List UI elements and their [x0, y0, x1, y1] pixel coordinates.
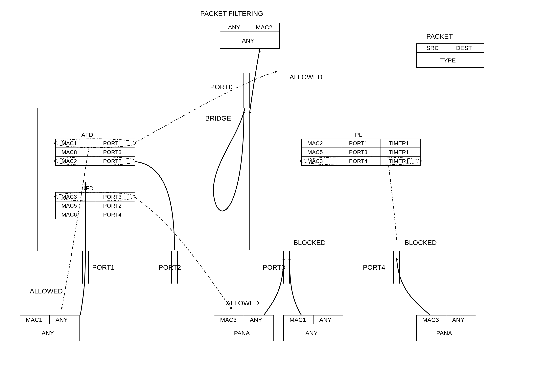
afd-r0-mac: MAC1: [61, 140, 77, 146]
pl-r1-port: PORT3: [349, 149, 368, 155]
pl-r1-mac: MAC5: [307, 149, 323, 155]
pl-r2-timer: TIMER1: [389, 158, 409, 164]
afd-table: AFD MAC1 PORT1 MAC8 PORT3 MAC2 PORT2: [55, 131, 136, 166]
allowed-port1: ALLOWED: [30, 287, 63, 295]
pl-r0-timer: TIMER1: [389, 140, 409, 146]
bridge-label: BRIDGE: [205, 114, 231, 122]
flow-in-port4: [397, 258, 430, 315]
packet-port1: MAC1 ANY ANY: [20, 315, 79, 341]
packet-filtering-diagram: PACKET FILTERING PACKET SRC DEST TYPE AN…: [0, 0, 535, 392]
flow-afd-to-port2: [135, 162, 175, 250]
pl-r1-timer: TIMER1: [389, 149, 409, 155]
ufd-r1-port: PORT2: [103, 203, 121, 209]
pl-r2-port: PORT4: [349, 158, 368, 164]
ufd-title: UFD: [81, 185, 93, 191]
diagram-title: PACKET FILTERING: [200, 10, 263, 17]
flow-out-port0: [250, 49, 260, 111]
pkt3a-src: MAC3: [220, 317, 237, 323]
flow-in-port3b: [289, 258, 301, 315]
pkt3a-type: PANA: [234, 330, 250, 336]
allowed-port3: ALLOWED: [226, 299, 259, 307]
pkt3b-dest: ANY: [319, 317, 331, 323]
packet-port4: MAC3 ANY PANA: [416, 315, 476, 341]
port0-label: PORT0: [210, 83, 233, 91]
packet-top-src: ANY: [228, 24, 240, 31]
pkt1-dest: ANY: [56, 317, 68, 323]
pl-r0-mac: MAC2: [307, 140, 323, 146]
packet-top-type: ANY: [242, 37, 254, 44]
afd-title: AFD: [81, 131, 93, 138]
pl-title: PL: [355, 131, 362, 138]
pkt4-dest: ANY: [452, 317, 464, 323]
ufd-r0-port: PORT3: [103, 194, 121, 200]
legend-src: SRC: [426, 45, 439, 51]
pl-table: PL MAC2 PORT1 TIMER1 MAC5 PORT3 TIMER1 M…: [300, 131, 421, 166]
dash-ufd-to-port3: [135, 197, 232, 309]
pkt4-src: MAC3: [422, 317, 439, 323]
blocked-port3: BLOCKED: [293, 239, 326, 246]
afd-r1-port: PORT3: [103, 149, 121, 155]
flow-in-port1: [80, 182, 85, 315]
afd-r1-mac: MAC8: [61, 149, 77, 155]
flow-bridge-loop-left: [213, 108, 245, 211]
port3-label: PORT3: [263, 264, 285, 271]
legend-title: PACKET: [426, 33, 453, 40]
allowed-top: ALLOWED: [289, 73, 322, 81]
ufd-r2-port: PORT4: [103, 212, 121, 218]
packet-port3a: MAC3 ANY PANA: [214, 315, 274, 341]
pkt3b-type: ANY: [305, 330, 318, 336]
port1-label: PORT1: [92, 264, 115, 271]
packet-port3b: MAC1 ANY ANY: [284, 315, 343, 341]
legend-type: TYPE: [440, 57, 456, 64]
pkt4-type: PANA: [436, 330, 452, 336]
legend-packet: PACKET SRC DEST TYPE: [416, 33, 484, 67]
ufd-r0-mac: MAC3: [61, 194, 77, 200]
pkt3b-src: MAC1: [289, 317, 306, 323]
pkt1-src: MAC1: [26, 317, 42, 323]
legend-dest: DEST: [456, 45, 472, 51]
pl-r0-port: PORT1: [349, 140, 368, 146]
pkt1-type: ANY: [42, 330, 54, 336]
pkt3a-dest: ANY: [250, 317, 262, 323]
packet-top: ANY MAC2 ANY: [220, 23, 279, 49]
port4-label: PORT4: [363, 264, 385, 271]
ufd-r2-mac: MAC6: [61, 212, 77, 218]
packet-top-dest: MAC2: [256, 24, 272, 31]
ufd-table: UFD MAC3 PORT3 MAC5 PORT2 MAC6 PORT4: [55, 185, 136, 219]
ufd-r1-mac: MAC5: [61, 203, 77, 209]
afd-r2-mac: MAC2: [61, 158, 77, 164]
dash-afd-to-top: [135, 71, 277, 143]
bridge-box: [38, 108, 470, 251]
afd-r2-port: PORT2: [103, 158, 121, 164]
port2-label: PORT2: [159, 264, 181, 271]
afd-r0-port: PORT1: [103, 140, 121, 146]
blocked-port4: BLOCKED: [405, 239, 437, 246]
dash-pl-to-port4: [389, 166, 397, 240]
